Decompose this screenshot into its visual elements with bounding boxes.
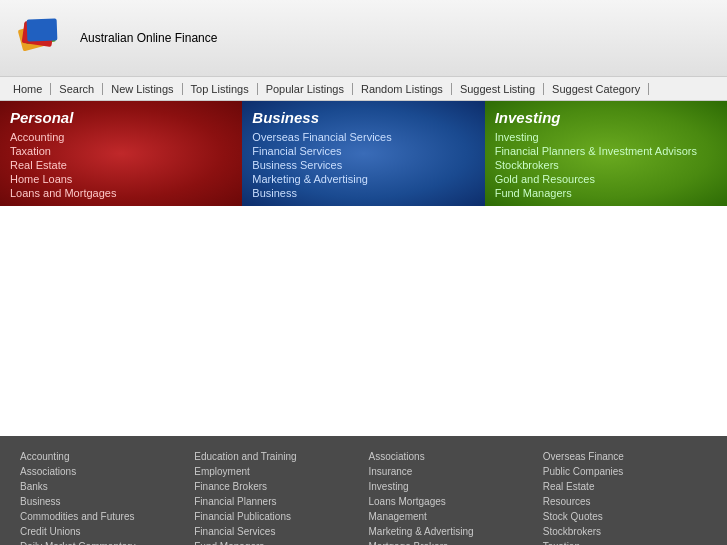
nav-item-popular-listings[interactable]: Popular Listings [258,83,353,95]
site-title: Australian Online Finance [80,31,217,45]
category-link[interactable]: Accounting [10,131,232,143]
category-panel-business: BusinessOverseas Financial ServicesFinan… [242,101,484,206]
footer-link[interactable]: Business [20,496,184,507]
footer-link[interactable]: Education and Training [194,451,358,462]
footer-link[interactable]: Resources [543,496,707,507]
footer-link[interactable]: Finance Brokers [194,481,358,492]
navbar: HomeSearchNew ListingsTop ListingsPopula… [0,77,727,101]
footer-link[interactable]: Credit Unions [20,526,184,537]
footer-link[interactable]: Commodities and Futures [20,511,184,522]
footer-column-1: Education and TrainingEmploymentFinance … [194,451,358,545]
categories: PersonalAccountingTaxationReal EstateHom… [0,101,727,206]
footer-link[interactable]: Investing [369,481,533,492]
category-link[interactable]: Home Loans [10,173,232,185]
category-link[interactable]: Overseas Financial Services [252,131,474,143]
nav-item-top-listings[interactable]: Top Listings [183,83,258,95]
footer-column-0: AccountingAssociationsBanksBusinessCommo… [20,451,184,545]
category-link[interactable]: Financial Services [252,145,474,157]
nav-item-home[interactable]: Home [5,83,51,95]
footer-link[interactable]: Marketing & Advertising [369,526,533,537]
category-link[interactable]: Marketing & Advertising [252,173,474,185]
category-title-business: Business [252,109,474,126]
nav-item-suggest-listing[interactable]: Suggest Listing [452,83,544,95]
category-link[interactable]: Stockbrokers [495,159,717,171]
category-link[interactable]: Loans and Mortgages [10,187,232,199]
footer-link[interactable]: Insurance [369,466,533,477]
category-link[interactable]: Taxation [10,145,232,157]
category-title-investing: Investing [495,109,717,126]
nav-item-random-listings[interactable]: Random Listings [353,83,452,95]
logo-area: Australian Online Finance [15,11,217,66]
footer-link[interactable]: Accounting [20,451,184,462]
footer-link[interactable]: Management [369,511,533,522]
category-panel-investing: InvestingInvestingFinancial Planners & I… [485,101,727,206]
footer-link[interactable]: Associations [20,466,184,477]
category-panel-personal: PersonalAccountingTaxationReal EstateHom… [0,101,242,206]
header: Australian Online Finance [0,0,727,77]
footer-link[interactable]: Stock Quotes [543,511,707,522]
footer-link[interactable]: Fund Managers [194,541,358,545]
footer-link[interactable]: Loans Mortgages [369,496,533,507]
nav-item-search[interactable]: Search [51,83,103,95]
nav-item-new-listings[interactable]: New Listings [103,83,182,95]
category-link[interactable]: Financial Planners & Investment Advisors [495,145,717,157]
category-title-personal: Personal [10,109,232,126]
footer-link[interactable]: Associations [369,451,533,462]
footer-link[interactable]: Daily Market Commentary [20,541,184,545]
nav-item-suggest-category[interactable]: Suggest Category [544,83,649,95]
footer-link[interactable]: Employment [194,466,358,477]
footer-column-2: AssociationsInsuranceInvestingLoans Mort… [369,451,533,545]
category-link[interactable]: Gold and Resources [495,173,717,185]
footer-column-3: Overseas FinancePublic CompaniesReal Est… [543,451,707,545]
footer-link[interactable]: Banks [20,481,184,492]
footer-link[interactable]: Mortgage Brokers [369,541,533,545]
main-content [0,206,727,426]
footer-link[interactable]: Public Companies [543,466,707,477]
logo-icon [15,11,70,66]
category-link[interactable]: Investing [495,131,717,143]
footer-link[interactable]: Financial Planners [194,496,358,507]
footer-link[interactable]: Stockbrokers [543,526,707,537]
footer-link[interactable]: Overseas Finance [543,451,707,462]
category-link[interactable]: Real Estate [10,159,232,171]
footer: AccountingAssociationsBanksBusinessCommo… [0,436,727,545]
category-link[interactable]: Fund Managers [495,187,717,199]
footer-link[interactable]: Real Estate [543,481,707,492]
category-link[interactable]: Business Services [252,159,474,171]
footer-link[interactable]: Taxation [543,541,707,545]
footer-link[interactable]: Financial Services [194,526,358,537]
svg-rect-3 [27,18,58,41]
footer-link[interactable]: Financial Publications [194,511,358,522]
category-link[interactable]: Business [252,187,474,199]
